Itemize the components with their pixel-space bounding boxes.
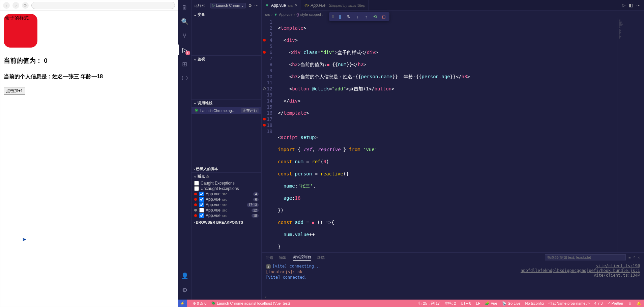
msg-count-badge: 2 (266, 264, 271, 269)
console-message: [vite] connected. (266, 275, 307, 280)
breakpoint-file: App.vue (206, 202, 221, 207)
breakpoint-item[interactable]: App.vue src 4 (192, 191, 261, 197)
debug-sidebar: 运行和... ▷ Launch Chrom ⌄ ⚙ ⋯ ⌄变量 ⌄监视 ⌄调用堆… (192, 0, 262, 300)
breakpoint-item[interactable]: App.vue src 17:13 (192, 202, 261, 207)
status-tsconfig[interactable]: No tsconfig (525, 301, 544, 306)
tab-app-vue-active[interactable]: ▼ App.vue src × (262, 0, 301, 11)
breakpoint-checkbox[interactable] (199, 213, 204, 218)
callstack-section-header[interactable]: ⌄调用堆栈 (192, 100, 261, 107)
watch-section-header[interactable]: ⌄监视 (192, 56, 261, 63)
settings-icon[interactable]: ⚙ (248, 3, 252, 8)
code-content[interactable]: <template> <div> <div class="div">盒子的样式<… (278, 18, 617, 252)
sidebar-header: 运行和... ▷ Launch Chrom ⌄ ⚙ ⋯ (192, 0, 261, 11)
breadcrumb-src[interactable]: src (265, 12, 270, 17)
tab-close-icon[interactable]: × (295, 3, 298, 8)
step-over-icon[interactable]: ↻ (346, 13, 352, 20)
source-link[interactable]: vite/client.ts:134@ (521, 273, 640, 278)
remote-explorer-icon[interactable]: 🖵 (180, 74, 189, 83)
loaded-scripts-section-header[interactable]: ›已载入的脚本 (192, 165, 261, 172)
panel-close-icon[interactable]: × (638, 255, 640, 259)
nav-forward-button[interactable]: › (12, 2, 19, 9)
breakpoint-file: App.vue (206, 197, 221, 202)
search-icon[interactable]: 🔍 (180, 17, 189, 26)
minimap[interactable]: ████████████████████████████████████████… (617, 18, 644, 252)
status-indentation[interactable]: 空格: 2 (444, 301, 456, 306)
panel-tab-debug-console[interactable]: 调试控制台 (293, 254, 311, 261)
status-problems[interactable]: ⊘ 0 ⚠ 0 (193, 301, 206, 306)
source-link[interactable]: npbfdllefekhdplbkdigpncggmojpefi/hook.bu… (521, 268, 640, 273)
line-gutter[interactable]: 1 2 3 4 5 6 7 8 9 10 11 12 13 14 15 16 1… (262, 18, 278, 252)
breakpoint-checkbox[interactable] (199, 197, 204, 202)
status-eol[interactable]: LF (476, 301, 480, 306)
code-editor[interactable]: 1 2 3 4 5 6 7 8 9 10 11 12 13 14 15 16 1… (262, 18, 644, 252)
settings-gear-icon[interactable]: ⚙ (180, 285, 189, 295)
restart-icon[interactable]: ⟲ (372, 13, 378, 20)
panel-tab-terminal[interactable]: 终端 (317, 255, 325, 260)
bp-caught-exceptions[interactable]: Caught Exceptions (192, 180, 261, 186)
breakpoint-item[interactable]: App.vue src 12 (192, 207, 261, 213)
breakpoint-path: src (222, 192, 227, 196)
extensions-icon[interactable]: ⊞ (180, 59, 189, 69)
breakpoint-checkbox[interactable] (199, 192, 204, 196)
status-bell-icon[interactable]: 🔔 (637, 301, 641, 306)
panel-tab-problems[interactable]: 问题 (266, 255, 273, 260)
breadcrumb[interactable]: src› ▼ App.vue› {} style scoped› (262, 11, 644, 18)
status-go-live[interactable]: 📡 Go Live (502, 301, 521, 306)
breakpoint-checkbox[interactable] (199, 202, 204, 207)
grip-icon[interactable]: ⠿ (332, 15, 334, 19)
panel-settings-icon[interactable]: ≡ (628, 255, 631, 259)
status-encoding[interactable]: UTF-8 (461, 301, 471, 306)
remote-button[interactable]: ⚡ (178, 300, 187, 307)
status-launch-config[interactable]: 🪲 Launch Chrome against localhost (Vue_t… (211, 301, 290, 306)
source-link[interactable]: vite/client.ts:19@ (521, 263, 640, 268)
variables-section-header[interactable]: ⌄变量 (192, 11, 261, 18)
nav-reload-button[interactable]: ⟳ (22, 2, 29, 9)
launch-config-select[interactable]: ▷ Launch Chrom ⌄ (210, 3, 246, 8)
status-feedback-icon[interactable]: ☺ (628, 301, 632, 306)
step-into-icon[interactable]: ↓ (354, 13, 360, 20)
panel-filter-input[interactable] (545, 254, 626, 260)
callstack-item[interactable]: 🪲 Launch Chrome against... 正在运行 (192, 107, 261, 114)
source-control-icon[interactable]: ⑂ (180, 31, 189, 40)
accounts-icon[interactable]: 👤 (180, 271, 189, 281)
panel-tab-output[interactable]: 输出 (279, 255, 287, 260)
status-version[interactable]: 4.7.3 (594, 301, 603, 306)
breakpoint-dot-icon (194, 214, 197, 217)
status-tagname[interactable]: <TagName prop-name /> (549, 301, 590, 306)
status-cursor-position[interactable]: 行 25，列 17 (418, 301, 440, 306)
bp-uncaught-exceptions[interactable]: Uncaught Exceptions (192, 186, 261, 191)
breakpoint-path: src (222, 214, 227, 218)
console-input-chevron-icon[interactable]: › (262, 293, 644, 300)
add-one-button[interactable]: 点击加+1 (4, 87, 25, 95)
more-actions-icon[interactable]: ⋯ (636, 3, 641, 8)
run-icon[interactable]: ▷ (622, 3, 625, 8)
step-out-icon[interactable]: ↑ (363, 13, 369, 20)
explorer-icon[interactable]: 🗎 (180, 3, 189, 12)
pause-icon[interactable]: ‖ (337, 13, 343, 20)
split-editor-icon[interactable]: ◧ (629, 3, 633, 8)
breadcrumb-file[interactable]: App.vue (279, 12, 292, 17)
browser-breakpoints-section-header[interactable]: ›BROWSER BREAKPOINTS (192, 219, 261, 225)
bottom-panel: 问题 输出 调试控制台 终端 ≡ ^ × 2[vite] connecting.… (262, 252, 644, 300)
debug-toolbar[interactable]: ⠿ ‖ ↻ ↓ ↑ ⟲ ◻ (329, 12, 389, 21)
status-language[interactable]: 🧩 Vue (485, 301, 497, 306)
breakpoints-section-header[interactable]: ⌄断点 ⚠ (192, 173, 261, 180)
bp-caught-checkbox[interactable] (194, 181, 199, 186)
debug-console-content[interactable]: 2[vite] connecting... [locatorjs]: ok [v… (262, 262, 644, 293)
tab-app-vue-skipped[interactable]: JS App.vue Skipped by smartStep (301, 0, 369, 11)
bp-uncaught-checkbox[interactable] (194, 186, 199, 191)
stop-icon[interactable]: ◻ (381, 13, 387, 20)
breakpoint-item[interactable]: App.vue src 6 (192, 197, 261, 202)
more-icon[interactable]: ⋯ (254, 3, 259, 8)
status-prettier[interactable]: ✓ Prettier (607, 301, 623, 306)
js-file-icon: JS (304, 3, 309, 7)
vue-file-icon: ▼ (265, 3, 269, 8)
breadcrumb-scope[interactable]: style scoped (300, 12, 321, 17)
breakpoint-line-badge: 18 (252, 214, 259, 218)
breakpoint-checkbox[interactable] (199, 208, 204, 213)
breakpoint-item[interactable]: App.vue src 18 (192, 213, 261, 218)
nav-back-button[interactable]: ‹ (3, 2, 10, 9)
run-debug-icon[interactable]: ▷1 (180, 45, 189, 55)
panel-maximize-icon[interactable]: ^ (633, 255, 635, 259)
url-bar[interactable] (31, 2, 175, 9)
